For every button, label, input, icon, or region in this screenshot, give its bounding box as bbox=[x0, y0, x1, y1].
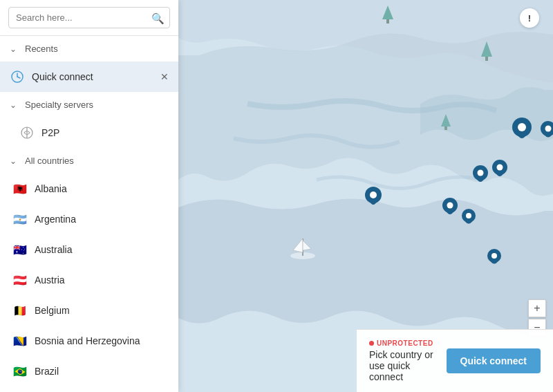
svg-point-27 bbox=[518, 123, 526, 131]
status-area: UNPROTECTED Pick country or use quick co… bbox=[369, 339, 447, 382]
brazil-label: Brazil bbox=[35, 366, 59, 377]
recents-label: Recents bbox=[25, 44, 58, 54]
chevron-icon-specialty: ⌄ bbox=[10, 100, 17, 110]
search-bar: 🔍 bbox=[0, 0, 178, 36]
argentina-label: Argentina bbox=[35, 214, 76, 225]
sidebar-item-recents[interactable]: ⌄ Recents bbox=[0, 36, 178, 62]
brazil-flag: 🇧🇷 bbox=[12, 364, 28, 379]
svg-point-17 bbox=[370, 192, 377, 198]
map-area: ! + − UNPROTECTED Pick country or use qu… bbox=[178, 0, 553, 392]
info-button[interactable]: ! bbox=[520, 8, 539, 28]
status-text: Pick country or use quick connect bbox=[369, 349, 447, 382]
austria-label: Austria bbox=[35, 274, 65, 286]
info-icon: ! bbox=[528, 13, 531, 24]
sidebar-item-argentina[interactable]: 🇦🇷 Argentina bbox=[0, 204, 178, 234]
australia-label: Australia bbox=[35, 244, 72, 255]
svg-rect-7 bbox=[386, 19, 389, 24]
belgium-label: Belgium bbox=[35, 305, 70, 316]
all-countries-label: All countries bbox=[25, 156, 74, 166]
nav-list: ⌄ Recents Quick connect ✕ ⌄ Specialty se… bbox=[0, 36, 178, 392]
close-icon[interactable]: ✕ bbox=[160, 71, 169, 82]
sidebar-item-albania[interactable]: 🇦🇱 Albania bbox=[0, 174, 178, 204]
svg-rect-11 bbox=[444, 127, 447, 130]
sidebar-item-australia[interactable]: 🇦🇺 Australia bbox=[0, 234, 178, 265]
sidebar: 🔍 ⌄ Recents Quick connect ✕ ⌄ Specialty … bbox=[0, 0, 178, 392]
unprotected-label: UNPROTECTED bbox=[377, 339, 433, 347]
search-input[interactable] bbox=[8, 7, 170, 28]
sidebar-item-brazil[interactable]: 🇧🇷 Brazil bbox=[0, 356, 178, 386]
sidebar-item-all-countries[interactable]: ⌄ All countries bbox=[0, 148, 178, 174]
belgium-flag: 🇧🇪 bbox=[12, 303, 28, 318]
sidebar-item-austria[interactable]: 🇦🇹 Austria bbox=[0, 265, 178, 295]
svg-point-25 bbox=[466, 213, 471, 218]
albania-label: Albania bbox=[35, 183, 67, 194]
p2p-icon bbox=[19, 125, 35, 140]
sidebar-item-bulgaria[interactable]: 🇧🇬 Bulgaria bbox=[0, 386, 178, 392]
svg-line-2 bbox=[17, 77, 20, 78]
status-dot bbox=[369, 341, 374, 346]
sidebar-item-p2p[interactable]: P2P bbox=[0, 118, 178, 148]
svg-point-29 bbox=[545, 126, 552, 132]
sidebar-item-quick-connect[interactable]: Quick connect ✕ bbox=[0, 62, 178, 92]
sidebar-item-belgium[interactable]: 🇧🇪 Belgium bbox=[0, 295, 178, 326]
australia-flag: 🇦🇺 bbox=[12, 242, 28, 257]
svg-point-31 bbox=[491, 253, 497, 259]
argentina-flag: 🇦🇷 bbox=[12, 212, 28, 227]
svg-point-21 bbox=[497, 165, 503, 171]
chevron-icon-all: ⌄ bbox=[10, 156, 17, 166]
austria-flag: 🇦🇹 bbox=[12, 272, 28, 288]
clock-icon bbox=[10, 69, 25, 84]
specialty-servers-label: Specialty servers bbox=[25, 100, 93, 110]
chevron-icon: ⌄ bbox=[10, 44, 17, 54]
p2p-label: P2P bbox=[41, 127, 59, 138]
sidebar-item-specialty-servers[interactable]: ⌄ Specialty servers bbox=[0, 92, 178, 118]
quick-connect-label: Quick connect bbox=[32, 71, 93, 82]
albania-flag: 🇦🇱 bbox=[12, 181, 28, 196]
quick-connect-button[interactable]: Quick connect bbox=[447, 348, 541, 373]
bottom-bar: UNPROTECTED Pick country or use quick co… bbox=[357, 329, 553, 392]
svg-point-23 bbox=[447, 203, 453, 209]
svg-point-19 bbox=[478, 170, 484, 176]
zoom-in-button[interactable]: + bbox=[528, 299, 546, 317]
sidebar-item-bosnia[interactable]: 🇧🇦 Bosnia and Herzegovina bbox=[0, 326, 178, 356]
bosnia-label: Bosnia and Herzegovina bbox=[35, 335, 140, 346]
svg-rect-9 bbox=[485, 57, 488, 61]
unprotected-status: UNPROTECTED bbox=[369, 339, 447, 347]
bosnia-flag: 🇧🇦 bbox=[12, 333, 28, 348]
